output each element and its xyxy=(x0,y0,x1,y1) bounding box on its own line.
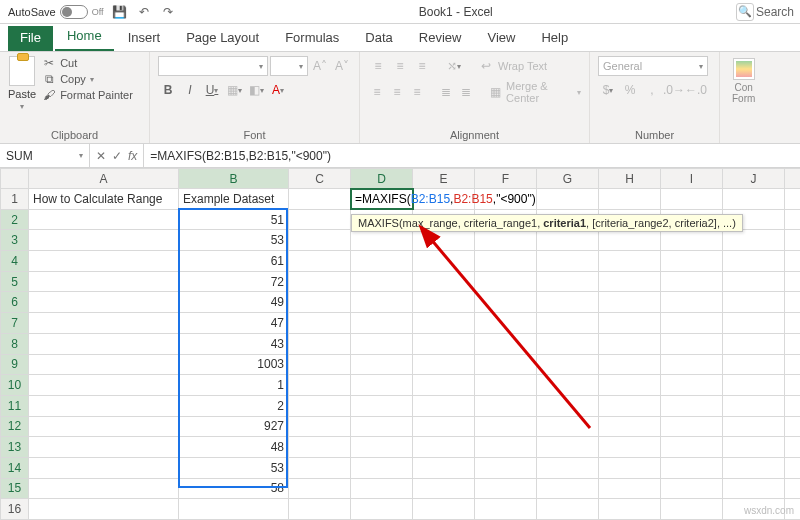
row-header[interactable]: 12 xyxy=(1,416,29,437)
cell[interactable] xyxy=(351,457,413,478)
orientation-icon[interactable]: ⤭▾ xyxy=(444,56,464,76)
fill-color-icon[interactable]: ◧▾ xyxy=(246,80,266,100)
cell[interactable] xyxy=(413,499,475,520)
row-header[interactable]: 11 xyxy=(1,395,29,416)
cell[interactable] xyxy=(29,416,179,437)
cell[interactable]: 47 xyxy=(179,313,289,334)
cell[interactable] xyxy=(723,230,785,251)
cell[interactable] xyxy=(537,499,599,520)
comma-icon[interactable]: , xyxy=(642,80,662,100)
font-color-icon[interactable]: A▾ xyxy=(268,80,288,100)
cell[interactable] xyxy=(475,230,537,251)
tab-data[interactable]: Data xyxy=(353,26,404,51)
cell[interactable] xyxy=(475,375,537,396)
cell[interactable] xyxy=(351,437,413,458)
font-family-combo[interactable]: ▾ xyxy=(158,56,268,76)
cell[interactable] xyxy=(723,416,785,437)
formula-input[interactable]: =MAXIFS(B2:B15,B2:B15,"<900") xyxy=(144,144,800,167)
cell[interactable] xyxy=(29,209,179,230)
tab-insert[interactable]: Insert xyxy=(116,26,173,51)
cell[interactable] xyxy=(29,457,179,478)
worksheet-grid[interactable]: A B C D E F G H I J K 1How to Calculate … xyxy=(0,168,800,520)
cell[interactable] xyxy=(413,271,475,292)
cell[interactable] xyxy=(599,230,661,251)
cell[interactable] xyxy=(351,395,413,416)
cell[interactable] xyxy=(785,230,801,251)
cell[interactable] xyxy=(289,313,351,334)
row-header[interactable]: 6 xyxy=(1,292,29,313)
copy-button[interactable]: ⧉Copy▾ xyxy=(42,72,133,86)
conditional-formatting-button[interactable]: Con Form xyxy=(728,56,759,106)
cell[interactable] xyxy=(599,292,661,313)
cell[interactable]: 72 xyxy=(179,271,289,292)
cell[interactable] xyxy=(599,271,661,292)
cell[interactable] xyxy=(475,416,537,437)
cell[interactable] xyxy=(351,251,413,272)
cell[interactable] xyxy=(661,251,723,272)
cell[interactable] xyxy=(29,437,179,458)
cell[interactable] xyxy=(29,313,179,334)
cell[interactable] xyxy=(289,333,351,354)
cell[interactable] xyxy=(599,416,661,437)
align-bottom-icon[interactable]: ≡ xyxy=(412,56,432,76)
italic-button[interactable]: I xyxy=(180,80,200,100)
cell[interactable]: 58 xyxy=(179,478,289,499)
tab-help[interactable]: Help xyxy=(529,26,580,51)
cell[interactable] xyxy=(537,251,599,272)
cell[interactable] xyxy=(289,499,351,520)
cell[interactable] xyxy=(351,230,413,251)
row-header[interactable]: 4 xyxy=(1,251,29,272)
cell[interactable] xyxy=(475,395,537,416)
cell[interactable] xyxy=(289,354,351,375)
cell[interactable] xyxy=(289,375,351,396)
cell[interactable] xyxy=(661,499,723,520)
row-header[interactable]: 9 xyxy=(1,354,29,375)
cell[interactable] xyxy=(537,478,599,499)
cell[interactable] xyxy=(785,457,801,478)
cell[interactable] xyxy=(723,478,785,499)
col-header[interactable]: D xyxy=(351,169,413,189)
cell-editor[interactable]: =MAXIFS(B2:B15,B2:B15,"<900")MAXIFS(max_… xyxy=(355,192,536,206)
cell[interactable] xyxy=(289,271,351,292)
col-header[interactable]: B xyxy=(179,169,289,189)
cell[interactable] xyxy=(661,478,723,499)
cell[interactable] xyxy=(29,499,179,520)
row-header[interactable]: 10 xyxy=(1,375,29,396)
cell[interactable] xyxy=(289,395,351,416)
cell[interactable] xyxy=(599,499,661,520)
cell[interactable] xyxy=(475,271,537,292)
cell[interactable] xyxy=(661,271,723,292)
cell[interactable] xyxy=(599,251,661,272)
cell[interactable] xyxy=(289,209,351,230)
cell[interactable] xyxy=(723,189,785,210)
save-icon[interactable]: 💾 xyxy=(112,4,128,20)
cell[interactable] xyxy=(661,375,723,396)
cell[interactable] xyxy=(537,354,599,375)
cell[interactable] xyxy=(413,437,475,458)
cell[interactable] xyxy=(661,416,723,437)
cell[interactable] xyxy=(785,292,801,313)
cell[interactable] xyxy=(661,189,723,210)
select-all-corner[interactable] xyxy=(1,169,29,189)
col-header[interactable]: A xyxy=(29,169,179,189)
cell[interactable] xyxy=(289,189,351,210)
cell[interactable] xyxy=(413,457,475,478)
cell[interactable] xyxy=(723,292,785,313)
row-header[interactable]: 1 xyxy=(1,189,29,210)
cell[interactable] xyxy=(413,478,475,499)
col-header[interactable]: F xyxy=(475,169,537,189)
cell[interactable] xyxy=(785,313,801,334)
cell[interactable] xyxy=(537,333,599,354)
cell[interactable] xyxy=(537,292,599,313)
cell[interactable]: 61 xyxy=(179,251,289,272)
row-header[interactable]: 15 xyxy=(1,478,29,499)
cell[interactable] xyxy=(351,333,413,354)
cell[interactable] xyxy=(537,457,599,478)
cell[interactable] xyxy=(475,457,537,478)
cell[interactable] xyxy=(785,416,801,437)
cell[interactable]: 53 xyxy=(179,457,289,478)
align-center-icon[interactable]: ≡ xyxy=(388,82,406,102)
cell[interactable] xyxy=(723,271,785,292)
cell[interactable] xyxy=(413,416,475,437)
cell[interactable] xyxy=(413,375,475,396)
